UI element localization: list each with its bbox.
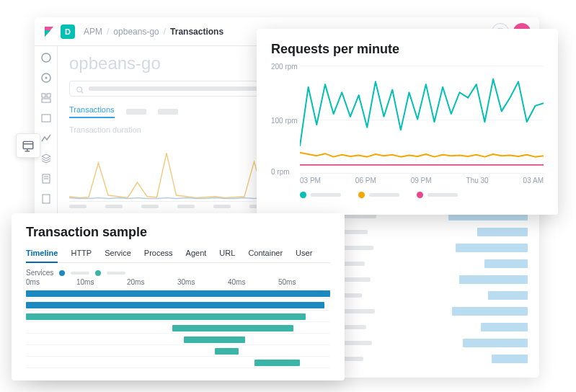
breadcrumb-apm[interactable]: APM (84, 27, 102, 37)
svg-rect-6 (42, 94, 45, 97)
collapse-nav-button[interactable] (16, 133, 40, 158)
tx-scale-tick: 20ms (127, 278, 177, 286)
tx-services-legend: Services (26, 269, 330, 277)
tx-tabs: TimelineHTTPServiceProcessAgentURLContai… (26, 249, 330, 263)
rpm-ytick: 100 rpm (271, 117, 298, 125)
rpm-series-line (300, 153, 544, 157)
rpm-legend (300, 192, 544, 198)
nav-dashboard-icon[interactable] (40, 92, 52, 104)
nav-visualize-icon[interactable] (40, 72, 52, 84)
span-row[interactable] (26, 347, 330, 357)
svg-rect-8 (42, 99, 50, 102)
rpm-title: Requests per minute (271, 42, 544, 57)
span-bar (26, 290, 330, 297)
svg-point-3 (42, 53, 50, 62)
list-item[interactable] (333, 275, 528, 284)
list-item[interactable] (333, 259, 528, 268)
tab-user[interactable]: User (296, 249, 312, 262)
tx-services-label: Services (26, 269, 53, 277)
nav-discover-icon[interactable] (40, 52, 52, 63)
service-dot-icon (59, 270, 65, 276)
svg-line-15 (81, 92, 83, 93)
transactions-list-skeleton (333, 212, 528, 363)
nav-ml-icon[interactable] (40, 133, 52, 144)
legend-dot-icon (300, 192, 306, 198)
duration-series-line (69, 198, 264, 199)
rpm-xtick: 09 PM (411, 177, 432, 184)
list-item[interactable] (333, 307, 528, 316)
rpm-ytick: 200 rpm (271, 63, 298, 71)
rpm-xticks: 03 PM 06 PM 09 PM Thu 30 03 AM (300, 177, 544, 184)
list-item[interactable] (333, 355, 528, 363)
span-row[interactable] (26, 312, 330, 322)
rpm-ytick: 0 rpm (271, 168, 290, 176)
svg-rect-13 (43, 195, 50, 203)
tx-scale-tick: 30ms (177, 278, 228, 286)
svg-rect-7 (47, 94, 50, 97)
tx-scale-tick: 40ms (228, 278, 278, 286)
tab-transactions[interactable]: Transactions (69, 105, 115, 118)
svg-point-5 (45, 77, 47, 79)
rpm-series-line (300, 79, 544, 146)
duration-series-line (69, 153, 264, 198)
span-bar (172, 325, 294, 331)
search-icon (76, 84, 84, 93)
rpm-xtick: 03 AM (523, 177, 544, 184)
span-bar (26, 313, 306, 320)
list-item[interactable] (333, 244, 528, 252)
nav-infra-icon[interactable] (40, 153, 52, 164)
legend-item-teal[interactable] (300, 192, 341, 198)
span-row[interactable] (26, 300, 330, 311)
tab-container[interactable]: Container (248, 249, 283, 262)
service-dot-icon (95, 270, 101, 276)
list-item[interactable] (333, 228, 528, 236)
rpm-xtick: 03 PM (300, 177, 321, 184)
rpm-xtick: 06 PM (355, 177, 376, 184)
rpm-chart: 200 rpm 100 rpm 0 rpm (300, 66, 544, 174)
tx-scale-tick: 10ms (76, 278, 127, 286)
tab-service[interactable]: Service (105, 249, 131, 262)
tx-scale-tick: 0ms (26, 278, 76, 286)
span-row[interactable] (26, 324, 330, 334)
rpm-xtick: Thu 30 (466, 177, 489, 184)
svg-marker-1 (45, 30, 50, 37)
nav-apm-icon[interactable] (40, 193, 52, 205)
tab-timeline[interactable]: Timeline (26, 249, 58, 263)
tx-scale-tick: 50ms (278, 278, 329, 286)
tx-title: Transaction sample (26, 225, 330, 240)
span-bar (26, 302, 324, 308)
kibana-logo-icon (43, 26, 55, 37)
span-row[interactable] (26, 335, 330, 345)
breadcrumb-separator: / (164, 27, 166, 37)
nav-canvas-icon[interactable] (40, 112, 52, 124)
tab-http[interactable]: HTTP (71, 249, 92, 262)
requests-per-minute-card: Requests per minute 200 rpm 100 rpm 0 rp… (257, 29, 558, 215)
breadcrumb-service[interactable]: opbeans-go (113, 27, 159, 37)
tx-time-scale: 0ms10ms20ms30ms40ms50ms (26, 278, 330, 286)
legend-dot-icon (358, 192, 365, 198)
legend-item-pink[interactable] (417, 192, 458, 198)
span-bar (184, 337, 244, 343)
breadcrumb-separator: / (107, 27, 109, 37)
span-row[interactable] (26, 289, 330, 299)
breadcrumb-current: Transactions (170, 27, 223, 37)
span-row[interactable] (26, 358, 330, 368)
legend-item-orange[interactable] (358, 192, 399, 198)
svg-point-14 (77, 87, 82, 92)
tab-url[interactable]: URL (219, 249, 235, 262)
span-bar (254, 360, 300, 366)
tab-agent[interactable]: Agent (186, 249, 207, 262)
list-item[interactable] (333, 339, 528, 347)
app-badge[interactable]: D (61, 24, 75, 39)
tab-skeleton (158, 109, 178, 115)
tx-span-rows (26, 289, 330, 368)
transaction-sample-card: Transaction sample TimelineHTTPServicePr… (12, 213, 345, 380)
list-item[interactable] (333, 323, 528, 331)
svg-rect-9 (42, 115, 50, 122)
list-item[interactable] (333, 291, 528, 300)
span-bar (215, 348, 239, 355)
tab-skeleton (126, 109, 146, 115)
legend-dot-icon (417, 192, 423, 198)
nav-logs-icon[interactable] (40, 173, 52, 184)
tab-process[interactable]: Process (144, 249, 173, 262)
